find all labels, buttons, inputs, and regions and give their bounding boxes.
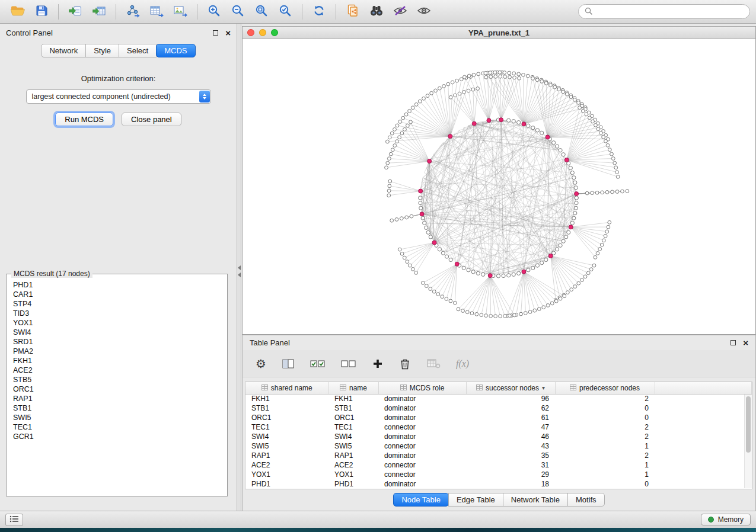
cell-predecessors[interactable]: 1: [555, 470, 655, 479]
table-row[interactable]: PHD1PHD1dominator180: [245, 479, 752, 489]
mcds-result-item[interactable]: PMA2: [8, 347, 226, 356]
cell-successors[interactable]: 46: [466, 432, 555, 441]
table-row[interactable]: STB1STB1dominator620: [245, 403, 752, 413]
cell-name[interactable]: SWI5: [328, 441, 378, 451]
hide-selected-eye-button[interactable]: [390, 2, 411, 21]
network-canvas[interactable]: [243, 39, 755, 334]
cell-predecessors[interactable]: 1: [555, 460, 655, 470]
tab-motifs[interactable]: Motifs: [567, 493, 605, 507]
table-scrollbar-thumb[interactable]: [746, 396, 751, 453]
mcds-result-item[interactable]: YOX1: [8, 318, 226, 328]
network-titlebar[interactable]: YPA_prune.txt_1: [243, 27, 755, 39]
cell-shared_name[interactable]: TEC1: [245, 422, 328, 432]
maximize-window-icon[interactable]: [271, 29, 278, 36]
mcds-result-item[interactable]: TEC1: [8, 422, 226, 432]
panel-list-button[interactable]: [5, 514, 23, 526]
new-table-button[interactable]: [146, 2, 167, 21]
cell-successors[interactable]: 18: [466, 479, 555, 489]
column-header-shared_name[interactable]: shared name: [245, 382, 328, 394]
mcds-result-item[interactable]: FKH1: [8, 356, 226, 366]
cell-successors[interactable]: 96: [466, 394, 555, 403]
search-box[interactable]: [578, 4, 750, 19]
cell-shared_name[interactable]: STB1: [245, 403, 328, 413]
cell-name[interactable]: FKH1: [328, 394, 378, 403]
float-panel-icon[interactable]: [213, 30, 218, 36]
cell-role[interactable]: dominator: [378, 394, 466, 403]
import-table-file-button[interactable]: [88, 2, 110, 21]
tab-select[interactable]: Select: [119, 44, 157, 57]
cell-role[interactable]: connector: [378, 470, 466, 479]
add-row-icon[interactable]: [372, 358, 384, 370]
cell-predecessors[interactable]: 0: [555, 403, 655, 413]
column-header-predecessors[interactable]: predecessor nodes: [555, 382, 655, 394]
tab-network[interactable]: Network: [41, 44, 86, 57]
mcds-result-item[interactable]: GCR1: [8, 432, 226, 441]
run-mcds-button[interactable]: Run MCDS: [55, 113, 113, 126]
cell-predecessors[interactable]: 1: [555, 441, 655, 451]
cell-shared_name[interactable]: FKH1: [245, 394, 328, 403]
mcds-result-item[interactable]: CAR1: [8, 290, 226, 299]
float-table-panel-icon[interactable]: [731, 340, 736, 345]
cell-name[interactable]: SWI4: [328, 432, 378, 441]
cell-name[interactable]: TEC1: [328, 422, 378, 432]
mcds-result-item[interactable]: RAP1: [8, 394, 226, 403]
cell-name[interactable]: YOX1: [328, 470, 378, 479]
mcds-result-item[interactable]: ORC1: [8, 384, 226, 394]
cell-predecessors[interactable]: 0: [555, 413, 655, 422]
mcds-result-item[interactable]: TID3: [8, 309, 226, 318]
column-header-role[interactable]: MCDS role: [378, 382, 466, 394]
cell-name[interactable]: PHD1: [328, 479, 378, 489]
table-row[interactable]: SWI5SWI5connector431: [245, 441, 752, 451]
new-network-button[interactable]: [122, 2, 143, 21]
delete-row-icon[interactable]: [399, 357, 411, 370]
cell-predecessors[interactable]: 2: [555, 394, 655, 403]
minimize-window-icon[interactable]: [259, 29, 266, 36]
cell-successors[interactable]: 29: [466, 470, 555, 479]
mcds-result-item[interactable]: ACE2: [8, 366, 226, 375]
columns-icon[interactable]: [282, 358, 295, 370]
zoom-out-button[interactable]: [227, 2, 248, 21]
cell-role[interactable]: connector: [378, 422, 466, 432]
import-network-file-button[interactable]: [65, 2, 86, 21]
cell-predecessors[interactable]: 2: [555, 451, 655, 460]
cell-successors[interactable]: 35: [466, 451, 555, 460]
cell-name[interactable]: ORC1: [328, 413, 378, 422]
tab-mcds[interactable]: MCDS: [156, 44, 195, 57]
table-row[interactable]: ACE2ACE2connector311: [245, 460, 752, 470]
close-panel-button[interactable]: Close panel: [122, 113, 181, 126]
table-row[interactable]: YOX1YOX1connector291: [245, 470, 752, 479]
select-all-icon[interactable]: [310, 358, 326, 369]
cell-shared_name[interactable]: SWI5: [245, 441, 328, 451]
column-header-successors[interactable]: successor nodes▾: [466, 382, 555, 394]
cell-shared_name[interactable]: PHD1: [245, 479, 328, 489]
tab-node-table[interactable]: Node Table: [393, 493, 449, 507]
gear-icon[interactable]: ⚙: [256, 358, 266, 370]
copy-network-button[interactable]: [342, 2, 363, 21]
cell-shared_name[interactable]: ORC1: [245, 413, 328, 422]
save-button[interactable]: [31, 2, 52, 21]
zoom-fit-button[interactable]: [251, 2, 272, 21]
cell-predecessors[interactable]: 0: [555, 479, 655, 489]
cell-role[interactable]: connector: [378, 441, 466, 451]
memory-button[interactable]: Memory: [701, 514, 751, 525]
network-view[interactable]: [243, 39, 755, 334]
cell-name[interactable]: STB1: [328, 403, 378, 413]
open-folder-button[interactable]: [7, 2, 28, 21]
column-header-name[interactable]: name: [328, 382, 378, 394]
cell-shared_name[interactable]: RAP1: [245, 451, 328, 460]
deselect-all-icon[interactable]: [341, 358, 356, 369]
table-row[interactable]: FKH1FKH1dominator962: [245, 394, 752, 403]
cell-successors[interactable]: 62: [466, 403, 555, 413]
cell-role[interactable]: dominator: [378, 403, 466, 413]
cell-predecessors[interactable]: 2: [555, 432, 655, 441]
search-input[interactable]: [596, 8, 744, 16]
mcds-result-list[interactable]: PHD1CAR1STP4TID3YOX1SWI4SRD1PMA2FKH1ACE2…: [8, 280, 226, 495]
cell-name[interactable]: RAP1: [328, 451, 378, 460]
mcds-result-item[interactable]: STP4: [8, 299, 226, 309]
tab-edge-table[interactable]: Edge Table: [448, 493, 503, 507]
mcds-result-item[interactable]: PHD1: [8, 280, 226, 290]
cell-successors[interactable]: 31: [466, 460, 555, 470]
cell-role[interactable]: dominator: [378, 432, 466, 441]
cell-role[interactable]: connector: [378, 460, 466, 470]
show-all-eye-button[interactable]: [413, 2, 435, 21]
